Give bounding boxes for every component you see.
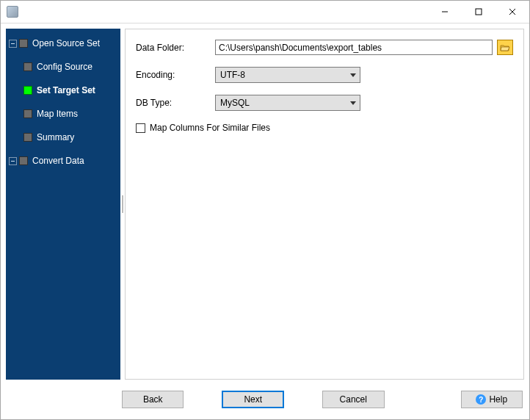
- sidebar-item-label: Set Target Set: [37, 85, 95, 95]
- minimize-button[interactable]: [428, 1, 462, 23]
- dbtype-select[interactable]: MySQL: [215, 95, 360, 111]
- folder-open-icon: [500, 43, 510, 52]
- step-bullet-icon: [23, 109, 32, 118]
- map-columns-checkbox[interactable]: [136, 123, 145, 133]
- grip-icon: [122, 195, 123, 213]
- sidebar-item-set-target-set[interactable]: Set Target Set: [9, 83, 117, 98]
- cancel-button[interactable]: Cancel: [322, 391, 384, 408]
- encoding-select[interactable]: UTF-8: [215, 67, 360, 83]
- data-folder-label: Data Folder:: [136, 43, 215, 53]
- sidebar-item-map-items[interactable]: Map Items: [9, 106, 117, 121]
- sidebar-item-summary[interactable]: Summary: [9, 130, 117, 145]
- maximize-button[interactable]: [462, 1, 495, 23]
- wizard-sidebar: Open Source Set Config Source Set Target…: [6, 29, 120, 380]
- app-window: Open Source Set Config Source Set Target…: [0, 0, 530, 420]
- step-bullet-icon: [23, 133, 32, 142]
- client-area: Open Source Set Config Source Set Target…: [1, 23, 529, 419]
- encoding-row: Encoding: UTF-8: [136, 67, 513, 83]
- chevron-down-icon: [346, 95, 360, 110]
- help-button-label: Help: [489, 394, 507, 405]
- step-bullet-icon: [23, 86, 32, 95]
- titlebar: [1, 1, 529, 23]
- sidebar-item-label: Summary: [37, 132, 74, 142]
- sidebar-item-label: Convert Data: [32, 156, 84, 166]
- sidebar-item-convert-data[interactable]: Convert Data: [9, 153, 117, 168]
- sidebar-item-label: Map Items: [37, 109, 78, 119]
- help-button[interactable]: ? Help: [461, 391, 523, 408]
- sidebar-item-config-source[interactable]: Config Source: [9, 59, 117, 74]
- map-columns-row: Map Columns For Similar Files: [136, 123, 513, 133]
- browse-folder-button[interactable]: [497, 40, 513, 55]
- chevron-down-icon: [346, 68, 360, 82]
- data-folder-input[interactable]: [215, 40, 493, 55]
- dbtype-label: DB Type:: [136, 98, 215, 108]
- step-bullet-icon: [19, 156, 28, 165]
- expand-icon[interactable]: [9, 157, 17, 165]
- main-panel: Data Folder: Encoding: UTF-8: [125, 29, 524, 380]
- sidebar-item-label: Open Source Set: [32, 38, 100, 48]
- upper-pane: Open Source Set Config Source Set Target…: [6, 29, 524, 380]
- step-bullet-icon: [23, 62, 32, 71]
- map-columns-label[interactable]: Map Columns For Similar Files: [150, 123, 270, 133]
- button-bar: Back Next Cancel ? Help: [6, 385, 524, 414]
- cancel-button-label: Cancel: [340, 394, 367, 405]
- dbtype-row: DB Type: MySQL: [136, 95, 513, 111]
- svg-rect-1: [476, 9, 482, 15]
- encoding-value: UTF-8: [216, 70, 346, 80]
- back-button-label: Back: [143, 394, 163, 405]
- close-button[interactable]: [495, 1, 529, 23]
- next-button-label: Next: [244, 394, 262, 405]
- sidebar-item-label: Config Source: [37, 62, 92, 72]
- data-folder-row: Data Folder:: [136, 40, 513, 55]
- help-icon: ?: [476, 394, 486, 405]
- next-button[interactable]: Next: [222, 391, 284, 408]
- back-button[interactable]: Back: [122, 391, 184, 408]
- app-icon: [7, 6, 18, 18]
- expand-icon[interactable]: [9, 40, 17, 48]
- step-bullet-icon: [19, 39, 28, 48]
- sidebar-item-open-source-set[interactable]: Open Source Set: [9, 36, 117, 51]
- encoding-label: Encoding:: [136, 70, 215, 80]
- dbtype-value: MySQL: [216, 98, 346, 108]
